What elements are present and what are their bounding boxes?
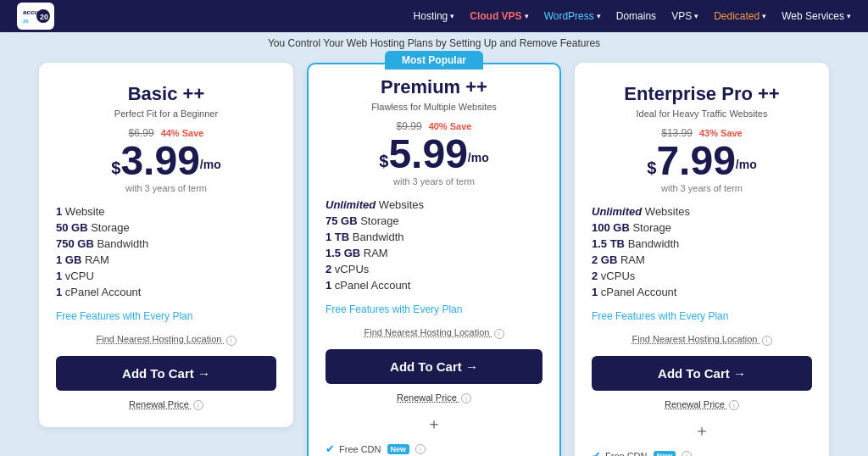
premium-free-features-link[interactable]: Free Features with Every Plan [326, 303, 542, 315]
list-item: 1.5 TB Bandwidth [592, 237, 812, 250]
basic-hosting-location: Find Nearest Hosting Location i [56, 334, 276, 346]
nav-item-wordpress[interactable]: WordPress ▾ [544, 10, 601, 22]
premium-save-badge: 40% Save [429, 121, 472, 131]
svg-text:accu: accu [23, 8, 38, 16]
list-item: 2 vCPUs [326, 263, 542, 275]
list-item: Unlimited Websites [326, 198, 542, 211]
enterprise-price-big: 7.99 [656, 141, 735, 181]
list-item: 1 cPanel Account [326, 279, 542, 292]
basic-hosting-location-link[interactable]: Find Nearest Hosting Location [96, 334, 224, 344]
basic-add-to-cart-button[interactable]: Add To Cart → [56, 356, 276, 391]
premium-original-price: $9.99 [397, 120, 422, 132]
basic-price-suffix: /mo [200, 148, 221, 181]
svg-text:20: 20 [23, 19, 29, 24]
chevron-down-icon: ▾ [762, 12, 766, 20]
enterprise-expand-button[interactable]: ＋ [592, 420, 812, 441]
basic-renewal-link[interactable]: Renewal Price [129, 399, 192, 409]
list-item: 1 Website [56, 205, 276, 218]
premium-features-list: Unlimited Websites 75 GB Storage 1 TB Ba… [326, 198, 542, 292]
info-icon: i [226, 336, 236, 346]
basic-features-list: 1 Website 50 GB Storage 750 GB Bandwidth… [56, 205, 276, 298]
basic-dollar-sign: $ [111, 154, 120, 181]
check-icon: ✔ [326, 442, 335, 455]
info-icon: i [461, 393, 471, 403]
list-item: 1 cPanel Account [56, 286, 276, 298]
premium-hosting-location-link[interactable]: Find Nearest Hosting Location [364, 327, 492, 337]
list-item: ✔ Free CDN New i [326, 442, 542, 455]
enterprise-plan-card: Enterprise Pro ++ Ideal for Heavy Traffi… [575, 63, 829, 456]
premium-plan-card: Most Popular Premium ++ Flawless for Mul… [307, 63, 561, 456]
premium-renewal-link[interactable]: Renewal Price [397, 392, 459, 403]
nav-link-vps[interactable]: VPS ▾ [671, 10, 698, 22]
info-icon: i [729, 400, 739, 410]
enterprise-main-price: $ 7.99 /mo [592, 141, 812, 181]
list-item: 1 cPanel Account [592, 286, 812, 298]
nav-link-dedicated[interactable]: Dedicated ▾ [714, 10, 766, 22]
basic-free-features-link[interactable]: Free Features with Every Plan [56, 310, 276, 322]
pricing-section: Basic ++ Perfect Fit for a Beginner $6.9… [0, 54, 868, 456]
list-item: 75 GB Storage [326, 214, 542, 227]
info-icon: i [762, 336, 772, 346]
logo-image: accu 20 20 [17, 3, 54, 30]
nav-item-vps[interactable]: VPS ▾ [671, 10, 698, 22]
nav-item-domains[interactable]: Domains [616, 10, 656, 22]
basic-plan-title: Basic ++ [56, 83, 276, 105]
logo: accu 20 20 [17, 3, 54, 30]
basic-renewal-price: Renewal Price i [56, 399, 276, 411]
premium-dollar-sign: $ [379, 147, 388, 175]
enterprise-price-suffix: /mo [736, 148, 757, 181]
basic-save-badge: 44% Save [161, 128, 204, 138]
enterprise-free-features-link[interactable]: Free Features with Every Plan [592, 310, 812, 322]
premium-price-big: 5.99 [388, 134, 467, 175]
chevron-down-icon: ▾ [694, 12, 698, 20]
nav-item-hosting[interactable]: Hosting ▾ [414, 10, 455, 22]
list-item: 100 GB Storage [592, 221, 812, 234]
premium-plan-subtitle: Flawless for Multiple Websites [326, 102, 542, 112]
enterprise-features-list: Unlimited Websites 100 GB Storage 1.5 TB… [592, 205, 812, 298]
enterprise-price-row: $13.99 43% Save [592, 127, 812, 139]
premium-hosting-location: Find Nearest Hosting Location i [326, 327, 542, 339]
enterprise-plan-title: Enterprise Pro ++ [592, 83, 812, 105]
enterprise-add-to-cart-button[interactable]: Add To Cart → [592, 356, 812, 391]
chevron-down-icon: ▾ [525, 12, 529, 20]
info-icon: i [415, 444, 426, 454]
premium-main-price: $ 5.99 /mo [326, 134, 542, 175]
check-icon: ✔ [592, 449, 601, 456]
nav-link-hosting[interactable]: Hosting ▾ [414, 10, 455, 22]
nav-link-web-services[interactable]: Web Services ▾ [782, 10, 851, 22]
basic-price-row: $6.99 44% Save [56, 127, 276, 139]
most-popular-badge: Most Popular [385, 51, 483, 70]
chevron-down-icon: ▾ [450, 12, 454, 20]
nav-item-cloud-vps[interactable]: Cloud VPS ▾ [470, 10, 528, 22]
premium-renewal-price: Renewal Price i [326, 392, 542, 404]
list-item: 50 GB Storage [56, 221, 276, 234]
enterprise-renewal-link[interactable]: Renewal Price [665, 399, 727, 409]
enterprise-original-price: $13.99 [661, 127, 693, 139]
basic-price-big: 3.99 [120, 141, 199, 181]
premium-price-suffix: /mo [468, 142, 489, 175]
enterprise-price-term: with 3 years of term [592, 183, 812, 193]
nav-item-dedicated[interactable]: Dedicated ▾ [714, 10, 766, 22]
enterprise-hosting-location: Find Nearest Hosting Location i [592, 334, 812, 346]
nav-link-wordpress[interactable]: WordPress ▾ [544, 10, 601, 22]
nav-item-web-services[interactable]: Web Services ▾ [782, 10, 851, 22]
premium-expand-button[interactable]: ＋ [326, 414, 542, 434]
enterprise-save-badge: 43% Save [699, 128, 743, 138]
nav-links: Hosting ▾ Cloud VPS ▾ WordPress ▾ Domain… [414, 10, 851, 22]
info-icon: i [193, 400, 203, 410]
nav-link-domains[interactable]: Domains [616, 10, 656, 22]
premium-price-row: $9.99 40% Save [326, 120, 542, 132]
premium-extras: ✔ Free CDN New i ✔ Free Premium SSL New … [326, 442, 542, 456]
nav-link-cloud-vps[interactable]: Cloud VPS ▾ [470, 10, 528, 22]
list-item: 1.5 GB RAM [326, 247, 542, 259]
info-icon: i [682, 451, 692, 457]
list-item: 2 GB RAM [592, 253, 812, 266]
info-icon: i [494, 329, 504, 339]
enterprise-extras: ✔ Free CDN New i ✔ Free Premium SSL New … [592, 449, 812, 456]
enterprise-hosting-location-link[interactable]: Find Nearest Hosting Location [632, 334, 760, 344]
list-item: Unlimited Websites [592, 205, 812, 218]
enterprise-plan-subtitle: Ideal for Heavy Traffic Websites [592, 108, 812, 119]
basic-price-term: with 3 years of term [56, 183, 276, 193]
premium-add-to-cart-button[interactable]: Add To Cart → [326, 349, 542, 384]
premium-price-term: with 3 years of term [326, 176, 542, 186]
